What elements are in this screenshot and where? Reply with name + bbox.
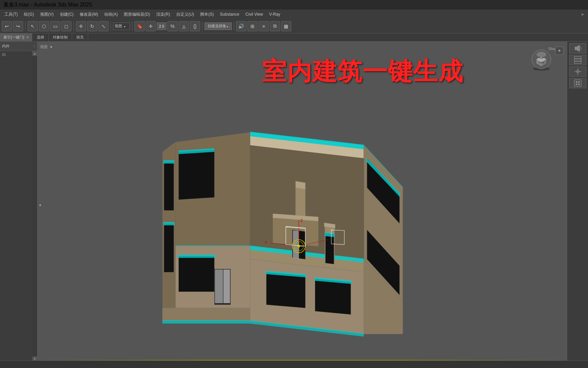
grid-button-4[interactable]: ⧉ xyxy=(270,21,280,31)
menu-modifier[interactable]: 修改器(M) xyxy=(77,11,101,18)
grid-button-5[interactable]: ▦ xyxy=(281,21,291,31)
viewport-label: 视图 ▼ xyxy=(40,44,53,49)
menu-animation[interactable]: 动画(A) xyxy=(101,11,120,18)
create-select-set-button[interactable]: 创建选择集 xyxy=(205,22,232,30)
pan-button[interactable]: ✛ xyxy=(146,21,156,31)
scroll-up-button[interactable]: ▲ xyxy=(32,51,37,56)
bracket-button[interactable]: {} xyxy=(190,21,200,31)
menu-render[interactable]: 渲染(R) xyxy=(153,11,173,18)
viewcube-svg: TOP FRONT xyxy=(529,48,553,72)
rect-select-button[interactable]: ▭ xyxy=(50,21,60,31)
tab-close-button[interactable]: ✕ xyxy=(26,35,29,39)
tab-select-label: 选择 xyxy=(37,35,44,40)
grid-button-3[interactable]: ≡ xyxy=(259,21,269,31)
separator-3 xyxy=(111,22,111,31)
left-panel-header: 内外 ↑ xyxy=(0,42,37,51)
svg-point-73 xyxy=(297,245,300,248)
speaker-icon-right xyxy=(574,44,582,52)
svg-rect-10 xyxy=(578,81,580,83)
separator-1 xyxy=(25,22,26,31)
table-icon: ▦ xyxy=(284,24,288,29)
viewport-add-button[interactable]: + xyxy=(555,47,564,55)
grid-button-2[interactable]: ⊞ xyxy=(247,21,258,31)
menu-substance[interactable]: Substance xyxy=(217,11,242,17)
menu-group[interactable]: 组(G) xyxy=(21,11,36,18)
percent-button[interactable]: % xyxy=(167,21,178,31)
angle-button[interactable]: ◬ xyxy=(179,21,189,31)
title-text: 素条3.max - Autodesk 3ds Max 2025 xyxy=(3,1,92,9)
layers-icon xyxy=(574,56,582,64)
left-panel-arrow[interactable]: ↑ xyxy=(33,44,35,48)
render-icon xyxy=(574,79,582,87)
add-icon: + xyxy=(558,48,561,54)
redo-button[interactable]: ↪ xyxy=(13,21,23,31)
move-button[interactable]: ✛ xyxy=(76,21,86,31)
svg-text:FRONT: FRONT xyxy=(538,62,544,64)
select-tool-button[interactable]: ↖ xyxy=(28,21,38,31)
tab-door-label: 索引[一键门] xyxy=(3,35,24,40)
menu-vray[interactable]: V-Ray xyxy=(266,11,283,17)
left-panel-title: 内外 xyxy=(2,44,10,49)
scroll-bar[interactable]: ▲ ▼ xyxy=(32,51,37,361)
right-panel xyxy=(567,42,588,368)
percent-icon: % xyxy=(170,24,175,29)
left-panel-scroll[interactable]: ▲ ▼ 01 xyxy=(0,51,37,361)
menu-bar: 工具(T) 组(G) 视图(V) 创建(C) 修改器(M) 动画(A) 图形编辑… xyxy=(0,10,588,19)
bookmark-icon: 🔖 xyxy=(137,24,143,29)
svg-marker-62 xyxy=(325,233,334,264)
view-dropdown[interactable]: 视图 xyxy=(113,22,130,30)
tab-paint[interactable]: 对象绘制 xyxy=(49,33,72,42)
menu-script[interactable]: 脚本(S) xyxy=(197,11,216,18)
tab-select[interactable]: 选择 xyxy=(33,33,49,42)
menu-create[interactable]: 创建(C) xyxy=(57,11,77,18)
viewport[interactable]: · · · · · · · · · · · · · · · 视图 ▼ + Sha… xyxy=(37,42,567,368)
menu-view[interactable]: 视图(V) xyxy=(37,11,56,18)
menu-customize[interactable]: 自定义(U) xyxy=(174,11,197,18)
viewport-label-text: 视图 xyxy=(40,44,48,49)
menu-tools[interactable]: 工具(T) xyxy=(2,11,20,18)
rotate-icon: ↻ xyxy=(90,24,94,29)
svg-marker-42 xyxy=(266,272,306,308)
menu-graph-editor[interactable]: 图形编辑器(D) xyxy=(121,11,153,18)
left-panel: 内外 ↑ ▲ ▼ 01 ▼ xyxy=(0,42,37,368)
number-field[interactable]: 2.5 xyxy=(157,22,166,30)
expand-arrow[interactable]: » xyxy=(578,12,586,17)
bracket-icon: {} xyxy=(193,24,196,29)
title-bar: 素条3.max - Autodesk 3ds Max 2025 xyxy=(0,0,588,10)
select-move-icon: ⬡ xyxy=(42,24,46,29)
svg-text:Y: Y xyxy=(265,241,267,245)
svg-marker-59 xyxy=(293,231,299,259)
select-move-button[interactable]: ⬡ xyxy=(39,21,49,31)
separator-5 xyxy=(202,22,202,31)
tab-fill-label: 填充 xyxy=(76,35,84,40)
tab-bar: 索引[一键门] ✕ 选择 对象绘制 填充 xyxy=(0,33,588,42)
tab-door[interactable]: 索引[一键门] ✕ xyxy=(0,33,33,42)
grid-button-1[interactable]: 🔊 xyxy=(236,21,246,31)
menu-civil-view[interactable]: Civil View xyxy=(243,11,266,17)
svg-rect-0 xyxy=(575,47,576,50)
tab-fill[interactable]: 填充 xyxy=(72,33,88,42)
svg-marker-48 xyxy=(164,162,174,210)
lasso-select-button[interactable]: ◻ xyxy=(61,21,71,31)
bookmark-button[interactable]: 🔖 xyxy=(134,21,145,31)
speaker-icon: 🔊 xyxy=(238,24,244,29)
svg-rect-9 xyxy=(576,81,577,83)
right-panel-btn-2[interactable] xyxy=(569,55,586,65)
svg-rect-4 xyxy=(574,61,581,63)
svg-marker-44 xyxy=(315,279,351,315)
create-select-dropdown-icon xyxy=(226,24,229,28)
separator-4 xyxy=(132,22,132,31)
svg-marker-56 xyxy=(215,270,223,303)
viewport-filter-icon: ▼ xyxy=(49,45,53,49)
right-panel-btn-3[interactable] xyxy=(569,66,586,77)
svg-marker-50 xyxy=(164,224,174,272)
scale-button[interactable]: ⤡ xyxy=(98,21,109,31)
scale-icon: ⤡ xyxy=(101,24,105,29)
rotate-button[interactable]: ↻ xyxy=(87,21,97,31)
shade-label: Sha xyxy=(548,47,555,51)
right-panel-btn-1[interactable] xyxy=(569,43,586,53)
svg-marker-51 xyxy=(163,222,174,226)
undo-button[interactable]: ↩ xyxy=(2,21,12,31)
viewcube[interactable]: TOP FRONT xyxy=(529,48,553,72)
right-panel-btn-4[interactable] xyxy=(569,78,586,88)
